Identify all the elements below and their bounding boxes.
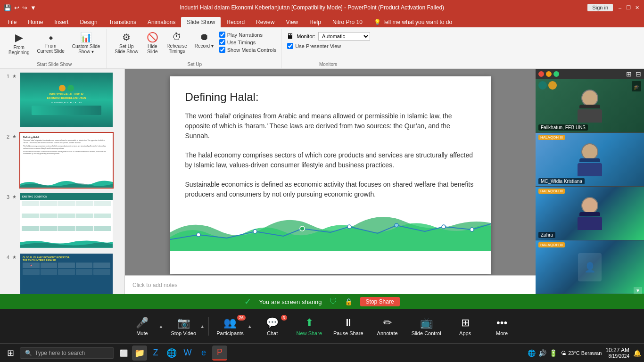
apps-button[interactable]: ⊞ Apps xyxy=(449,314,482,339)
rehearse-button[interactable]: ⏱ RehearseTimings xyxy=(164,30,190,55)
layout-icon[interactable]: ⊟ xyxy=(636,70,641,78)
slide-thumb-3[interactable]: 3 ★ EXISTING CONDITION xyxy=(2,191,123,250)
undo-icon[interactable]: ↩ xyxy=(14,4,19,11)
zoom-taskbar-icon[interactable]: Z xyxy=(148,346,163,361)
notes-area[interactable]: Click to add notes xyxy=(125,275,536,294)
window-controls[interactable]: – ❐ ✕ xyxy=(617,4,640,11)
video-scroll-down-button[interactable]: ▼ xyxy=(634,287,642,294)
slide-scroll[interactable]: Defining Halal: The word ‘halal’ origina… xyxy=(125,69,536,275)
tab-💡-tell-me-what-you-want-to-do[interactable]: 💡 Tell me what you want to do xyxy=(368,17,458,27)
hide-slide-button[interactable]: 🚫 HideSlide xyxy=(143,30,162,56)
record-button[interactable]: ⏺ Record ▾ xyxy=(192,30,216,50)
participants-chevron[interactable]: ▲ xyxy=(248,324,252,329)
sign-in-button[interactable]: Sign in xyxy=(587,4,613,11)
tab-review[interactable]: Review xyxy=(250,17,280,27)
play-narrations-checkbox[interactable] xyxy=(219,32,225,38)
video-feed-2: HALAQOH III MC_Widia Kristiana xyxy=(536,133,644,187)
weather-widget[interactable]: 🌤 23°C Berawan xyxy=(561,350,602,356)
s3-cell xyxy=(22,214,39,218)
presenter-view-checkbox[interactable] xyxy=(287,43,293,49)
edge-icon[interactable]: e xyxy=(196,346,211,361)
stop-video-button[interactable]: 📷 Stop Video xyxy=(167,314,200,339)
more-button[interactable]: ••• More xyxy=(486,314,519,339)
participants-button[interactable]: 👥 Participants 26 xyxy=(213,314,247,339)
chat-button[interactable]: 💬 Chat 3 xyxy=(256,314,289,339)
grid-icon[interactable]: ⊞ xyxy=(626,70,632,78)
tab-view[interactable]: View xyxy=(280,17,304,27)
person-silhouette-1 xyxy=(578,90,602,123)
file-explorer-icon[interactable]: 📁 xyxy=(132,346,147,361)
play-narrations-check[interactable]: Play Narrations xyxy=(218,31,278,38)
slide-thumb-2[interactable]: 2 ★ Defining Halal: The word 'halal' ori… xyxy=(2,131,123,189)
chrome-icon[interactable]: 🌐 xyxy=(164,346,179,361)
annotate-button[interactable]: ✏ Annotate xyxy=(371,314,404,339)
start-button[interactable]: ⊞ xyxy=(3,346,18,361)
show-media-controls-check[interactable]: Show Media Controls xyxy=(218,46,278,53)
use-timings-checkbox[interactable] xyxy=(219,39,225,45)
title-bar: 💾 ↩ ↪ ▼ Industri Halal dalam Ekonomi Keb… xyxy=(0,0,644,15)
stop-share-button[interactable]: Stop Share xyxy=(360,297,400,306)
slide-img-2[interactable]: Defining Halal: The word 'halal' origina… xyxy=(19,132,114,189)
from-current-button[interactable]: ⬥ FromCurrent Slide xyxy=(34,30,67,55)
windows-taskbar: ⊞ 🔍 Type here to search ⬜ 📁 Z 🌐 W e P 🌐 … xyxy=(0,343,644,362)
tab-animations[interactable]: Animations xyxy=(142,17,181,27)
tab-transitions[interactable]: Transitions xyxy=(103,17,142,27)
mute-chevron[interactable]: ▲ xyxy=(158,324,163,329)
mute-label: Mute xyxy=(136,330,148,336)
tab-insert[interactable]: Insert xyxy=(49,17,74,27)
tab-file[interactable]: File xyxy=(2,17,22,27)
minimize-button[interactable]: – xyxy=(617,4,623,11)
word-icon[interactable]: W xyxy=(180,346,195,361)
powerpoint-icon[interactable]: P xyxy=(212,346,227,361)
slide-img-1[interactable]: INDUSTRI HALAL UNTUKEKONOMI BERKELANJUTA… xyxy=(19,72,114,128)
restore-button[interactable]: ❐ xyxy=(625,4,632,11)
monitor-select[interactable]: Automatic xyxy=(318,32,370,41)
setup-slideshow-button[interactable]: ⚙ Set UpSlide Show xyxy=(112,30,141,56)
task-view-button[interactable]: ⬜ xyxy=(116,346,131,361)
battery-icon[interactable]: 🔋 xyxy=(549,349,557,357)
mute-button[interactable]: 🎤 Mute xyxy=(125,314,158,339)
s3-cell xyxy=(76,214,93,218)
face-3 xyxy=(581,197,598,214)
video-panel: ⊞ ⊟ ▲ Falikhatun, FEB UNS xyxy=(536,69,644,294)
tab-record[interactable]: Record xyxy=(221,17,250,27)
search-bar[interactable]: 🔍 Type here to search xyxy=(20,347,114,359)
tab-design[interactable]: Design xyxy=(74,17,103,27)
weather-text: 23°C Berawan xyxy=(568,350,602,356)
save-icon[interactable]: 💾 xyxy=(4,4,11,11)
video-chevron[interactable]: ▲ xyxy=(200,324,205,329)
pause-share-button[interactable]: ⏸ Pause Share xyxy=(330,314,367,339)
volume-icon[interactable]: 🔊 xyxy=(538,349,546,357)
vp-close-btn[interactable] xyxy=(538,71,544,77)
network-icon[interactable]: 🌐 xyxy=(528,349,536,357)
tab-help[interactable]: Help xyxy=(304,17,327,27)
from-beginning-button[interactable]: ▶ FromBeginning xyxy=(6,30,32,57)
slide-img-3[interactable]: EXISTING CONDITION xyxy=(19,192,114,249)
slide-thumb-4[interactable]: 4 ★ GLOBAL ISLAMIC ECONOMY INDICATOR:TOP… xyxy=(2,252,123,294)
redo-icon[interactable]: ↪ xyxy=(22,4,27,11)
custom-slideshow-button[interactable]: 📊 Custom SlideShow ▾ xyxy=(69,30,103,56)
close-button[interactable]: ✕ xyxy=(634,4,640,11)
slide-control-button[interactable]: 📺 Slide Control xyxy=(408,314,445,339)
stop-video-label: Stop Video xyxy=(171,330,196,336)
clock[interactable]: 10:27 AM 8/19/2024 xyxy=(605,347,629,359)
notification-icon[interactable]: 🔔 xyxy=(633,349,641,357)
more-label: More xyxy=(496,330,508,336)
vp-maximize-btn[interactable] xyxy=(553,71,559,77)
s3-header: EXISTING CONDITION xyxy=(20,193,113,200)
slide-img-4[interactable]: GLOBAL ISLAMIC ECONOMY INDICATOR:TOP 15 … xyxy=(19,253,114,294)
tab-nitro-pro-10[interactable]: Nitro Pro 10 xyxy=(327,17,368,27)
slide-panel[interactable]: 1 ★ INDUSTRI HALAL UNTUKEKONOMI BERKELAN… xyxy=(0,69,125,294)
tab-slide-show[interactable]: Slide Show xyxy=(181,17,221,27)
show-media-controls-checkbox[interactable] xyxy=(219,47,225,53)
slide-thumb-1[interactable]: 1 ★ INDUSTRI HALAL UNTUKEKONOMI BERKELAN… xyxy=(2,71,123,129)
title-bar-left: 💾 ↩ ↪ ▼ xyxy=(4,4,36,11)
use-timings-check[interactable]: Use Timings xyxy=(218,39,278,46)
presenter-view-check[interactable]: Use Presenter View xyxy=(286,42,370,49)
new-share-button[interactable]: ⬆ New Share xyxy=(293,314,326,339)
customize-icon[interactable]: ▼ xyxy=(30,4,36,11)
vp-minimize-btn[interactable] xyxy=(546,71,552,77)
tab-home[interactable]: Home xyxy=(22,17,49,27)
s4-cell xyxy=(76,269,93,275)
notes-placeholder: Click to add notes xyxy=(132,282,177,288)
